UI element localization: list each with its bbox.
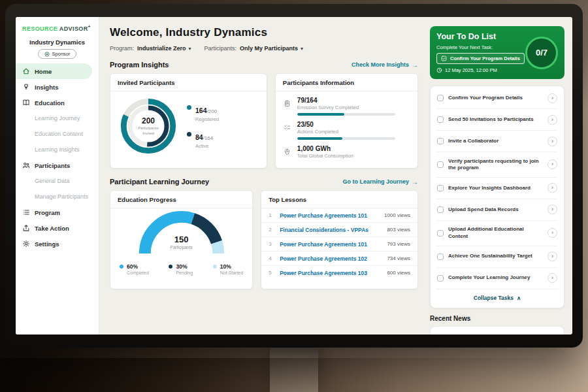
checklist-icon <box>284 121 291 140</box>
sidebar-item-manage-participants[interactable]: Manage Participants <box>16 189 99 204</box>
todo-task-list: Confirm Your Program Details › Send 50 I… <box>430 86 564 308</box>
lesson-link[interactable]: Power Purchase Agreements 103 <box>280 270 382 276</box>
invited-total: 200 <box>142 116 155 125</box>
collapse-tasks-button[interactable]: Collapse Tasks ∧ <box>436 289 558 306</box>
page-title: Welcome, Industry Dynamics <box>110 26 418 39</box>
insights-icon <box>22 83 30 91</box>
task-row-upload-educational-content[interactable]: Upload Additional Educational Content › <box>436 221 558 246</box>
chevron-up-icon: ∧ <box>517 295 521 301</box>
sidebar-item-general-data[interactable]: General Data <box>16 173 99 189</box>
sidebar-item-education-content[interactable]: Education Content <box>16 126 99 142</box>
main-content: Welcome, Industry Dynamics Program: Indu… <box>99 17 426 335</box>
section-title-learning-journey: Participant Learning Journey <box>110 178 209 186</box>
task-checkbox[interactable] <box>437 161 444 168</box>
learning-cards-row: Education Progress <box>110 190 418 289</box>
lesson-link[interactable]: Power Purchase Agreements 101 <box>280 241 382 248</box>
filters-bar: Program: Industrialize Zero ▾ Participan… <box>110 45 418 52</box>
task-row-send-invitations[interactable]: Send 50 Invitations to Participants › <box>436 109 558 131</box>
sidebar-item-settings[interactable]: Settings <box>16 236 99 252</box>
sidebar-item-program[interactable]: Program <box>16 204 99 220</box>
legend-completed: 60% Completed <box>120 263 149 275</box>
location-icon <box>284 145 291 159</box>
education-total: 150 <box>133 235 231 244</box>
chevron-right-icon[interactable]: › <box>547 252 557 261</box>
learning-journey-header: Participant Learning Journey Go to Learn… <box>110 178 418 186</box>
legend-dot <box>120 265 123 269</box>
org-name: Industry Dynamics <box>16 39 99 46</box>
chevron-right-icon[interactable]: › <box>547 273 557 283</box>
lesson-link[interactable]: Power Purchase Agreements 101 <box>280 212 380 219</box>
home-icon <box>22 67 30 75</box>
invited-participants-card: Invited Participants 200 <box>110 73 267 169</box>
education-gauge-chart: 150 Participants <box>133 211 231 259</box>
recent-news-title: Recent News <box>430 315 564 322</box>
task-row-confirm-program-details[interactable]: Confirm Your Program Details › <box>436 88 558 109</box>
take-action-icon <box>22 224 30 232</box>
lesson-row: 4 Power Purchase Agreements 102 734 view… <box>261 252 417 266</box>
clock-icon <box>436 67 442 73</box>
task-checkbox[interactable] <box>437 206 444 213</box>
sponsor-icon <box>44 52 50 57</box>
sidebar-item-take-action[interactable]: Take Action <box>16 220 99 236</box>
task-checkbox[interactable] <box>437 253 444 260</box>
sidebar-item-education[interactable]: Education <box>16 95 99 110</box>
task-row-achieve-sustainability-target[interactable]: Achieve One Sustainability Target › <box>436 246 558 268</box>
task-checkbox[interactable] <box>437 95 444 101</box>
survey-icon <box>284 97 291 116</box>
program-icon <box>22 208 30 216</box>
chevron-down-icon: ▾ <box>189 46 191 52</box>
task-row-invite-collaborator[interactable]: Invite a Collaborator › <box>436 131 558 152</box>
dashboard-window: RESOURCE ADVISOR+ Industry Dynamics Spon… <box>16 17 572 335</box>
legend-dot <box>187 105 191 110</box>
task-checkbox[interactable] <box>437 275 444 282</box>
sidebar-item-learning-insights[interactable]: Learning Insights <box>16 142 99 157</box>
chevron-right-icon[interactable]: › <box>547 137 557 146</box>
sponsor-badge: Sponsor <box>38 49 77 59</box>
recent-news-card <box>430 326 564 335</box>
arrow-right-icon: → <box>412 61 418 69</box>
lesson-link[interactable]: Financial Considerations - VPPAs <box>280 227 382 233</box>
task-row-complete-learning-journey[interactable]: Complete Your Learning Journey › <box>436 268 558 289</box>
task-checkbox[interactable] <box>437 230 444 237</box>
participants-filter[interactable]: Participants: Only My Participants ▾ <box>204 45 304 52</box>
chevron-down-icon: ▾ <box>301 46 303 52</box>
education-progress-card: Education Progress <box>110 190 253 289</box>
task-row-explore-insights[interactable]: Explore Your Insights Dashboard › <box>436 178 558 199</box>
sidebar-nav: Home Insights Education Learning Journey <box>16 63 99 252</box>
education-legend: 60% Completed 30% Pending <box>110 259 252 275</box>
check-more-insights-link[interactable]: Check More Insights → <box>351 61 418 69</box>
sidebar-item-participants[interactable]: Participants <box>16 157 99 173</box>
chevron-right-icon[interactable]: › <box>547 93 557 103</box>
actions-completed-stat: 23/50 Actions Completed <box>284 121 410 140</box>
task-row-upload-spend-data[interactable]: Upload Spend Data Records › <box>436 199 558 221</box>
top-lessons-card: Top Lessons 1 Power Purchase Agreements … <box>261 190 418 289</box>
sidebar-item-learning-journey[interactable]: Learning Journey <box>16 110 99 126</box>
actions-completed-progressbar <box>297 137 395 140</box>
task-checkbox[interactable] <box>437 138 444 144</box>
todo-summary-card: Your To Do List Complete Your Next Task:… <box>430 26 564 79</box>
todo-rail: Your To Do List Complete Your Next Task:… <box>426 17 572 335</box>
chevron-right-icon[interactable]: › <box>547 204 557 214</box>
task-checkbox[interactable] <box>437 116 444 123</box>
task-row-verify-participants[interactable]: Verify participants requesting to join t… <box>436 152 558 178</box>
program-filter[interactable]: Program: Industrialize Zero ▾ <box>110 45 191 52</box>
chevron-right-icon[interactable]: › <box>547 159 557 169</box>
sidebar: RESOURCE ADVISOR+ Industry Dynamics Spon… <box>16 17 99 335</box>
lesson-link[interactable]: Power Purchase Agreements 102 <box>280 255 382 262</box>
chevron-right-icon[interactable]: › <box>547 115 557 125</box>
chevron-right-icon[interactable]: › <box>547 183 557 193</box>
sidebar-item-home[interactable]: Home <box>16 63 92 79</box>
education-icon <box>22 99 30 106</box>
settings-icon <box>22 240 30 248</box>
legend-pending: 30% Pending <box>169 263 193 275</box>
next-task-chip[interactable]: Confirm Your Program Details <box>436 53 525 64</box>
sidebar-item-insights[interactable]: Insights <box>16 79 99 95</box>
lesson-row: 1 Power Purchase Agreements 101 1000 vie… <box>261 208 417 223</box>
emission-survey-stat: 79/164 Emission Survey Completed <box>284 97 410 116</box>
legend-registered: 164/200 Registered <box>187 104 219 122</box>
task-checkbox[interactable] <box>437 185 444 191</box>
program-insights-header: Program Insights Check More Insights → <box>110 61 418 69</box>
go-to-learning-journey-link[interactable]: Go to Learning Journey → <box>342 178 418 186</box>
chevron-right-icon[interactable]: › <box>547 228 557 238</box>
todo-progress-ring: 0/7 <box>525 37 558 69</box>
